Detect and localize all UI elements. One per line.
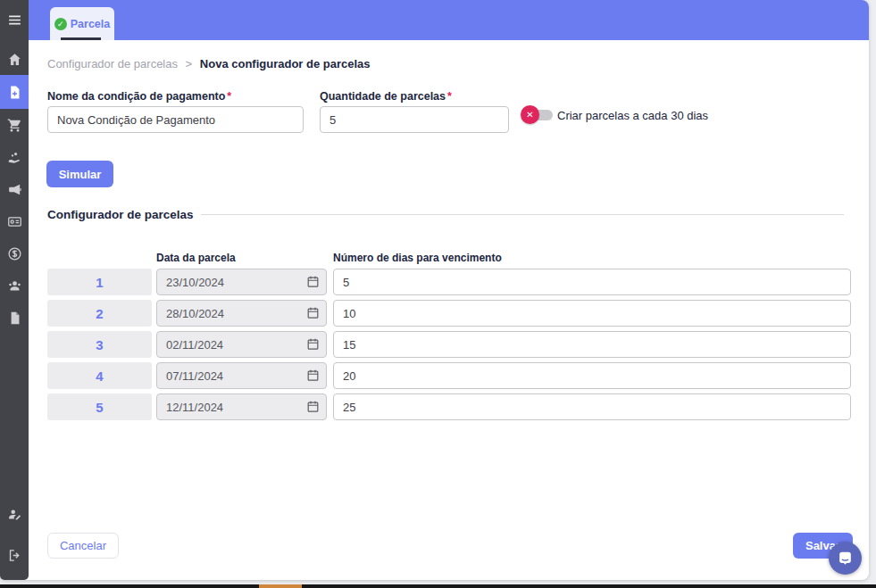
bottom-bar	[0, 584, 876, 588]
breadcrumb-separator: >	[186, 57, 193, 70]
row-number: 4	[47, 362, 152, 389]
hand-coins-icon[interactable]	[0, 141, 29, 173]
days-input[interactable]	[333, 393, 851, 420]
row-number: 1	[47, 269, 152, 295]
tab-parcela[interactable]: ✓ Parcela	[50, 7, 114, 40]
app-window: ✓ Parcela Configurador de parcelas > Nov…	[0, 0, 869, 580]
table-row: 4	[0, 362, 869, 389]
chat-bubble-icon	[837, 550, 854, 567]
section-divider	[201, 214, 844, 215]
name-field-label: Nome da condição de pagamento*	[47, 90, 231, 103]
chat-bubble-button[interactable]	[829, 542, 862, 575]
document-add-icon[interactable]	[0, 75, 29, 109]
megaphone-icon[interactable]	[0, 173, 29, 205]
menu-icon[interactable]	[0, 4, 29, 36]
logout-icon[interactable]	[0, 539, 29, 571]
breadcrumb-current: Nova configurador de parcelas	[200, 57, 371, 70]
date-input[interactable]	[156, 331, 327, 358]
table-row: 2	[0, 300, 869, 327]
calendar-icon	[306, 337, 320, 351]
date-input[interactable]	[156, 393, 327, 420]
toggle-label: Criar parcelas a cada 30 dias	[557, 109, 708, 122]
calendar-icon	[306, 275, 320, 288]
calendar-icon	[306, 369, 320, 382]
breadcrumb-parent[interactable]: Configurador de parcelas	[47, 57, 178, 70]
date-field	[156, 269, 327, 295]
tab-active-underline	[61, 37, 101, 40]
column-header-date: Data da parcela	[156, 252, 236, 264]
date-input[interactable]	[156, 362, 327, 389]
row-number: 5	[47, 393, 152, 420]
topbar: ✓ Parcela	[29, 0, 869, 40]
money-check-icon[interactable]	[0, 205, 29, 237]
section-header: Configurador de parcelas	[47, 208, 844, 221]
dollar-circle-icon[interactable]	[0, 237, 29, 269]
date-field	[156, 300, 327, 327]
every-30-days-toggle[interactable]: ✕	[521, 105, 553, 125]
date-field	[156, 362, 327, 389]
cart-icon[interactable]	[0, 109, 29, 141]
table-row: 1	[0, 269, 869, 295]
date-input[interactable]	[156, 269, 327, 295]
days-input[interactable]	[333, 269, 851, 295]
days-input[interactable]	[333, 331, 851, 358]
home-icon[interactable]	[0, 43, 29, 75]
days-input[interactable]	[333, 300, 851, 327]
section-title: Configurador de parcelas	[47, 208, 194, 221]
quantity-field-label: Quantidade de parcelas*	[320, 90, 452, 103]
column-header-days: Número de dias para vencimento	[333, 252, 502, 264]
date-input[interactable]	[156, 300, 327, 327]
simulate-button[interactable]: Simular	[46, 161, 113, 187]
check-circle-icon: ✓	[54, 18, 67, 30]
parcel-rows: 1 2 3	[0, 269, 869, 425]
row-number: 3	[47, 331, 152, 358]
breadcrumb: Configurador de parcelas > Nova configur…	[47, 57, 371, 70]
screen: ✓ Parcela Configurador de parcelas > Nov…	[0, 0, 876, 588]
table-row: 5	[0, 393, 869, 420]
date-field	[156, 331, 327, 358]
cancel-button[interactable]: Cancelar	[47, 533, 119, 559]
required-asterisk: *	[227, 90, 231, 103]
date-field	[156, 393, 327, 420]
row-number: 2	[47, 300, 152, 327]
calendar-icon	[306, 400, 320, 413]
calendar-icon	[306, 306, 320, 319]
bottom-bar-orange-segment	[259, 584, 302, 588]
user-edit-icon[interactable]	[0, 498, 29, 530]
payment-condition-name-input[interactable]	[47, 106, 304, 133]
x-circle-icon: ✕	[521, 105, 539, 124]
days-input[interactable]	[333, 362, 851, 389]
tab-label: Parcela	[71, 18, 110, 30]
table-row: 3	[0, 331, 869, 358]
required-asterisk: *	[447, 90, 452, 103]
quantity-input[interactable]	[320, 106, 509, 133]
